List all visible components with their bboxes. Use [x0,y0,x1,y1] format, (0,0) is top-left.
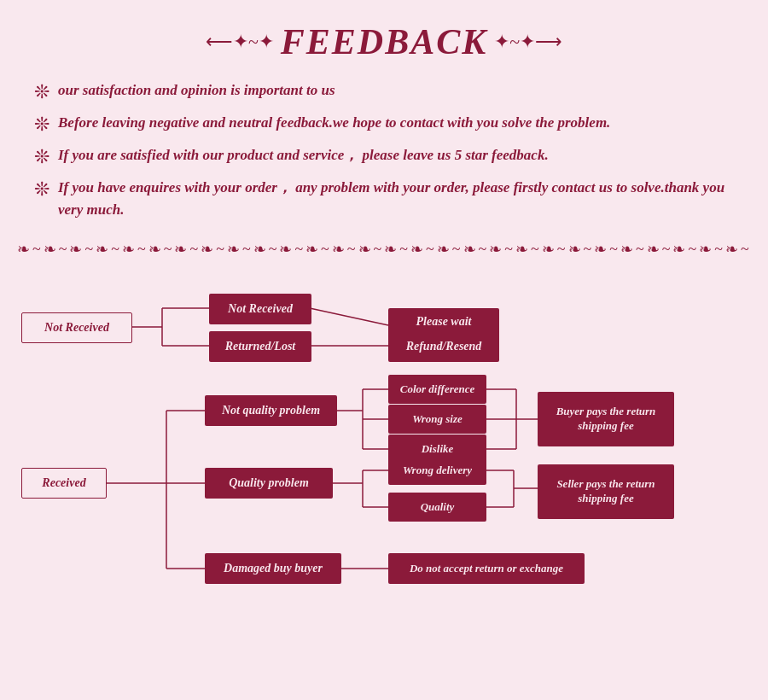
box-quality: Quality problem [205,468,333,499]
bullet-item-4: ❊ If you have enquires with your order， … [34,177,734,220]
bullet-section: ❊ our satisfaction and opinion is import… [17,71,751,233]
bullet-icon-2: ❊ [34,114,49,136]
box-seller-pays: Seller pays the return shipping fee [538,464,674,519]
box-damaged: Damaged buy buyer [205,553,341,584]
feedback-title: FEEDBACK [281,21,487,62]
title-deco-left: ⟵✦~✦ [206,31,274,53]
title-deco-right: ✦~✦⟶ [494,31,562,53]
root-not-received: Not Received [21,312,132,343]
bullet-text-3: If you are satisfied with our product an… [58,144,549,166]
box-returned-lost: Returned/Lost [209,331,311,362]
bullet-icon-3: ❊ [34,146,49,168]
box-quality2: Quality [388,493,486,522]
box-color-diff: Color difference [388,375,486,404]
bullet-text-2: Before leaving negative and neutral feed… [58,112,610,134]
flowchart-section: Not Received Received Not Received Retur… [17,265,751,624]
box-wrong-delivery: Wrong delivery [388,456,486,485]
bullet-icon-4: ❊ [34,178,49,201]
box-not-quality: Not quality problem [205,395,337,426]
box-refund-resend: Refund/Resend [388,331,499,362]
svg-line-4 [310,308,388,325]
page-container: ⟵✦~✦ FEEDBACK ✦~✦⟶ ❊ our satisfaction an… [0,0,768,641]
bullet-item-2: ❊ Before leaving negative and neutral fe… [34,112,734,136]
bullet-item-1: ❊ our satisfaction and opinion is import… [34,79,734,103]
header-section: ⟵✦~✦ FEEDBACK ✦~✦⟶ [17,9,751,71]
bullet-text-1: our satisfaction and opinion is importan… [58,79,335,102]
box-wrong-size: Wrong size [388,405,486,434]
bullet-text-4: If you have enquires with your order， an… [58,177,734,220]
root-received: Received [21,468,107,499]
box-buyer-pays: Buyer pays the return shipping fee [538,392,674,446]
bullet-item-3: ❊ If you are satisfied with our product … [34,144,734,168]
flowchart-area: Not Received Received Not Received Retur… [21,278,764,611]
divider: ❧~❧~❧~❧~❧~❧~❧~❧~❧~❧~❧~❧~❧~❧~❧~❧~❧~❧~❧~❧~… [17,233,751,265]
box-no-return: Do not accept return or exchange [388,553,585,584]
bullet-icon-1: ❊ [34,81,49,103]
box-not-received: Not Received [209,294,311,324]
